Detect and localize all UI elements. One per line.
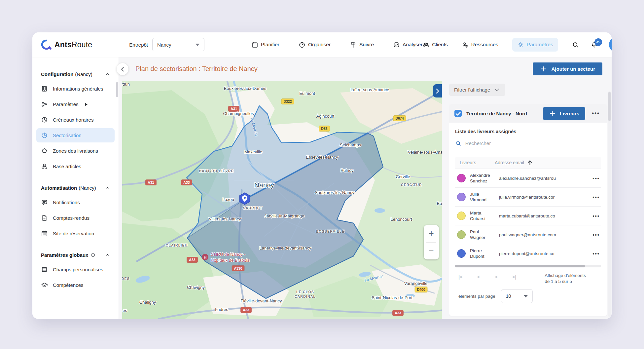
sidebar-scrollbar[interactable] bbox=[116, 82, 118, 97]
sidebar-item-comptes-rendus[interactable]: Comptes-rendus bbox=[36, 211, 115, 225]
nav-item-planifier[interactable]: Planifier bbox=[251, 41, 279, 48]
map-label-town: rdun bbox=[122, 82, 130, 87]
column-drivers: Livreurs bbox=[455, 160, 495, 165]
sidebar-item-label: Base articles bbox=[53, 164, 81, 169]
sidebar-item-notifications[interactable]: Notifications bbox=[36, 195, 115, 210]
per-page-label: éléments par page bbox=[458, 294, 495, 299]
map-expand-button[interactable] bbox=[433, 84, 442, 97]
chevron-down-icon bbox=[493, 86, 500, 93]
grad-icon bbox=[41, 282, 48, 289]
map[interactable]: A31A31A33A33A330A33A33D322D83D674D400Bou… bbox=[122, 81, 442, 319]
sidebar-item-champs-personnalis-s[interactable]: Champs personnalisés bbox=[36, 262, 115, 277]
sidebar-item-base-articles[interactable]: Base articles bbox=[36, 159, 115, 174]
nav-item-organiser[interactable]: Organiser bbox=[299, 41, 331, 48]
app-window: AntsRoute Entrepôt Nancy PlanifierOrgani… bbox=[32, 32, 612, 319]
driver-name: JuliaVirmond bbox=[470, 191, 499, 203]
horizontal-scrollbar[interactable] bbox=[455, 265, 601, 267]
add-drivers-button[interactable]: Livreurs bbox=[543, 107, 585, 120]
sidebar-item-label: Zones des livraisons bbox=[53, 148, 98, 154]
last-page-button[interactable]: >| bbox=[512, 274, 517, 280]
map-label-town: Laxou bbox=[222, 197, 234, 202]
warehouse-label: Entrepôt bbox=[129, 42, 148, 48]
avatar[interactable]: MH bbox=[609, 37, 612, 52]
driver-row: JuliaVirmondjulia.virmond@antsroute.cor•… bbox=[455, 187, 601, 206]
chevron-left-icon bbox=[119, 66, 126, 73]
svg-text:D322: D322 bbox=[283, 99, 292, 103]
drivers-search[interactable] bbox=[455, 140, 547, 150]
nav-item-label: Ressources bbox=[471, 42, 498, 48]
sidebar-item-site-de-r-servation[interactable]: Site de réservation bbox=[36, 226, 115, 241]
add-sector-label: Ajouter un secteur bbox=[551, 66, 595, 72]
zoom-in-button[interactable]: + bbox=[424, 225, 439, 242]
driver-menu-button[interactable]: ••• bbox=[587, 251, 601, 256]
sidebar-section-title[interactable]: Configuration(Nancy) bbox=[32, 71, 119, 77]
warehouse-select[interactable]: Nancy bbox=[152, 38, 204, 51]
sidebar-item-cr-neaux-horaires[interactable]: Créneaux horaires bbox=[36, 113, 115, 127]
check-icon bbox=[455, 110, 462, 117]
map-zoom-control: + − bbox=[424, 225, 439, 259]
page-scrollbar-track[interactable] bbox=[608, 91, 611, 317]
doc-icon bbox=[41, 214, 48, 221]
svg-text:A330: A330 bbox=[234, 266, 242, 270]
column-email-label: Adresse email bbox=[495, 160, 524, 165]
sidebar-item-informations-g-n-rales[interactable]: Informations générales bbox=[36, 82, 115, 96]
sector-menu-button[interactable]: ••• bbox=[590, 110, 602, 117]
driver-menu-button[interactable]: ••• bbox=[587, 213, 601, 219]
map-label-town: Cerville bbox=[396, 174, 410, 179]
driver-menu-button[interactable]: ••• bbox=[587, 232, 601, 238]
drivers-search-input[interactable] bbox=[465, 140, 547, 146]
road-badge-d400: D400 bbox=[415, 287, 427, 292]
sidebar-item-label: Informations générales bbox=[53, 86, 103, 92]
map-canvas: A31A31A33A33A330A33A33D322D83D674D400Bou… bbox=[122, 81, 442, 319]
sidebar-item-param-tres[interactable]: Paramètres bbox=[36, 97, 115, 111]
notifications-button[interactable]: 35 bbox=[591, 41, 598, 48]
driver-email: paul.wagner@antsroute.com bbox=[499, 232, 587, 237]
sidebar-item-label: Comptes-rendus bbox=[53, 215, 89, 221]
driver-email: pierre.dupont@antsroute.co bbox=[499, 251, 587, 256]
map-label-district: LE CLOS bbox=[296, 290, 314, 294]
road-badge-a31: A31 bbox=[229, 106, 239, 112]
sidebar-section-title[interactable]: Automatisation(Nancy) bbox=[32, 185, 119, 191]
per-page-select[interactable]: 10 bbox=[501, 289, 533, 303]
brand-logo[interactable]: AntsRoute bbox=[41, 39, 92, 50]
column-email[interactable]: Adresse email bbox=[495, 159, 533, 166]
prev-page-button[interactable]: < bbox=[477, 274, 480, 280]
sidebar-item-comp-tences[interactable]: Compétences bbox=[36, 278, 115, 292]
map-label-town: Saint-Nicolas-de-Port bbox=[372, 295, 412, 300]
pagination: |< < > >| Affichage d'éléments de 1 à 5 … bbox=[455, 273, 601, 285]
map-label-district: BOSSERVILLE bbox=[316, 229, 344, 233]
driver-menu-button[interactable]: ••• bbox=[587, 175, 601, 181]
nav-item-clients[interactable]: Clients bbox=[422, 41, 447, 48]
first-page-button[interactable]: |< bbox=[458, 274, 463, 280]
plus-icon bbox=[549, 110, 556, 117]
sidebar-section-title[interactable]: Paramètres globaux bbox=[32, 252, 119, 258]
driver-menu-button[interactable]: ••• bbox=[587, 194, 601, 200]
search-icon bbox=[455, 140, 461, 147]
filter-display-dropdown[interactable]: Filtrer l'affichage bbox=[449, 84, 505, 96]
map-label-town: Pulnoy bbox=[340, 168, 354, 173]
back-button[interactable] bbox=[117, 63, 128, 75]
scrollbar-thumb[interactable] bbox=[455, 265, 585, 267]
zoom-out-button[interactable]: − bbox=[424, 243, 439, 260]
section-title-text: Paramètres globaux bbox=[41, 252, 88, 258]
nav-item-analyser[interactable]: Analyser bbox=[393, 41, 422, 48]
sidebar-item-sectorisation[interactable]: Sectorisation bbox=[36, 128, 115, 142]
rows-icon bbox=[41, 266, 48, 273]
nav-item-label: Paramètres bbox=[527, 42, 553, 48]
nav-item-label: Planifier bbox=[261, 42, 279, 48]
nav-item-parametres[interactable]: Paramètres bbox=[512, 38, 558, 52]
driver-row: MartaCubarsimarta.cubarsi@antsroute.co••… bbox=[455, 206, 601, 225]
sector-checkbox[interactable] bbox=[454, 110, 462, 117]
add-sector-button[interactable]: Ajouter un secteur bbox=[533, 62, 602, 75]
next-page-button[interactable]: > bbox=[495, 274, 498, 280]
sidebar-item-zones-des-livraisons[interactable]: Zones des livraisons bbox=[36, 144, 115, 158]
nav-item-ressources[interactable]: Ressources bbox=[462, 41, 498, 48]
search-button[interactable] bbox=[572, 41, 579, 48]
map-pond bbox=[375, 208, 385, 213]
nav-item-suivre[interactable]: Suivre bbox=[350, 41, 374, 48]
chevron-down-icon bbox=[524, 295, 528, 297]
calendar-icon bbox=[251, 41, 258, 48]
map-label-city: Nancy bbox=[254, 181, 274, 189]
warehouse-value: Nancy bbox=[157, 42, 171, 48]
page-scrollbar-thumb[interactable] bbox=[608, 92, 611, 121]
